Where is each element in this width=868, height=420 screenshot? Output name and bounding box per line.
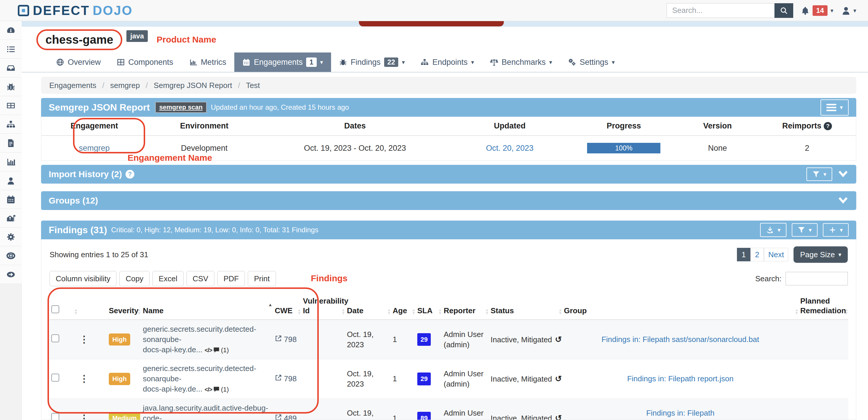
tab-settings[interactable]: Settings ▾ bbox=[560, 53, 623, 72]
breadcrumb-engagements[interactable]: Engagements bbox=[49, 81, 96, 90]
collapse-chevron[interactable] bbox=[837, 194, 849, 207]
annotation-fragment bbox=[359, 21, 504, 26]
col-sla[interactable]: SLA▲▼ bbox=[415, 293, 442, 320]
scan-type-badge[interactable]: semgrep scan bbox=[155, 102, 207, 113]
group-link[interactable]: Findings in: Filepath sast/sonar/sonarcl… bbox=[601, 335, 759, 344]
col-planned-remediation[interactable]: Planned Remediation▲▼ bbox=[799, 293, 848, 320]
tab-endpoints[interactable]: Endpoints ▾ bbox=[412, 53, 482, 72]
col-reporter[interactable]: Reporter▲▼ bbox=[442, 293, 489, 320]
breadcrumb-report[interactable]: Semgrep JSON Report bbox=[154, 81, 232, 90]
chevron-down-icon: ▾ bbox=[838, 251, 841, 258]
kebab-menu-icon[interactable]: ⋮ bbox=[80, 373, 89, 384]
next-page-button[interactable]: Next bbox=[764, 248, 788, 261]
sidebar-item-endpoints[interactable] bbox=[0, 115, 22, 134]
sidebar-item-list[interactable] bbox=[0, 40, 22, 59]
severity-badge: High bbox=[109, 373, 130, 385]
engagement-link[interactable]: semgrep bbox=[79, 144, 110, 152]
vulnerability-id-value bbox=[301, 359, 345, 398]
question-icon[interactable]: ? bbox=[824, 122, 832, 130]
sidebar-item-components[interactable] bbox=[0, 96, 22, 115]
cwe-value[interactable]: 489 bbox=[284, 414, 297, 420]
collapse-chevron[interactable] bbox=[837, 168, 849, 181]
print-button[interactable]: Print bbox=[248, 271, 276, 286]
breadcrumb-test[interactable]: Test bbox=[246, 81, 260, 90]
page-2-button[interactable]: 2 bbox=[750, 248, 764, 261]
sidebar-item-reports[interactable] bbox=[0, 134, 22, 152]
defectdojo-logo[interactable]: DEFECTDOJO bbox=[17, 3, 133, 18]
groups-bar[interactable]: Groups (12) bbox=[41, 191, 856, 210]
history-icon[interactable]: ↺ bbox=[555, 414, 562, 420]
finding-name-link[interactable]: java.lang.security.audit.active-debug-co… bbox=[143, 403, 268, 420]
sidebar-item-bug[interactable] bbox=[0, 78, 22, 96]
col-cwe[interactable]: CWE▲▼ bbox=[273, 293, 301, 320]
report-menu-button[interactable]: ▾ bbox=[820, 99, 849, 116]
sidebar-item-logout[interactable] bbox=[0, 265, 22, 284]
table-search-input[interactable] bbox=[785, 272, 848, 286]
page-1-button[interactable]: 1 bbox=[737, 248, 750, 261]
status-value: Inactive, Mitigated↺ bbox=[489, 359, 562, 398]
question-icon[interactable]: ? bbox=[125, 170, 134, 179]
row-checkbox[interactable] bbox=[51, 374, 59, 382]
finding-row: ⋮ Medium java.lang.security.audit.active… bbox=[50, 398, 848, 420]
finding-name-link[interactable]: generic.secrets.security.detected-sonarq… bbox=[143, 364, 256, 393]
col-vulnerability-id[interactable]: Vulnerability Id▲▼ bbox=[301, 293, 345, 320]
gauge-icon bbox=[6, 26, 16, 35]
pdf-button[interactable]: PDF bbox=[217, 271, 245, 286]
col-severity[interactable]: Severity▲▼ bbox=[107, 293, 141, 320]
column-visibility-button[interactable]: Column visibility bbox=[50, 271, 116, 286]
sidebar-item-settings[interactable] bbox=[0, 228, 22, 246]
col-name[interactable]: Name▲ bbox=[141, 293, 273, 320]
tab-metrics[interactable]: Metrics bbox=[181, 53, 234, 72]
tab-overview[interactable]: Overview bbox=[48, 53, 109, 72]
updated-link[interactable]: Oct. 20, 2023 bbox=[486, 144, 533, 152]
sidebar-item-calendar[interactable] bbox=[0, 190, 22, 209]
cwe-value[interactable]: 798 bbox=[284, 374, 297, 383]
tab-benchmarks[interactable]: Benchmarks ▾ bbox=[482, 53, 560, 72]
findings-add-button[interactable]: ▾ bbox=[823, 223, 849, 237]
product-name[interactable]: chess-game bbox=[45, 33, 113, 46]
csv-button[interactable]: CSV bbox=[186, 271, 214, 286]
import-history-bar[interactable]: Import History (2) ? ▾ bbox=[41, 165, 856, 184]
kebab-menu-icon[interactable]: ⋮ bbox=[80, 334, 89, 344]
finding-name-link[interactable]: generic.secrets.security.detected-sonarq… bbox=[143, 325, 256, 354]
sidebar-item-inbox[interactable] bbox=[0, 59, 22, 78]
col-age[interactable]: Age▲▼ bbox=[391, 293, 415, 320]
tab-findings[interactable]: Findings 22 ▾ bbox=[331, 53, 413, 72]
comment-icon[interactable] bbox=[213, 347, 220, 353]
copy-button[interactable]: Copy bbox=[119, 271, 150, 286]
import-history-filter-button[interactable]: ▾ bbox=[806, 168, 832, 181]
sidebar-item-users[interactable] bbox=[0, 171, 22, 190]
user-menu[interactable]: ▾ bbox=[841, 6, 856, 16]
col-group[interactable]: Group▲▼ bbox=[562, 293, 799, 320]
cwe-value[interactable]: 798 bbox=[284, 335, 297, 344]
kebab-menu-icon[interactable]: ⋮ bbox=[80, 413, 89, 420]
col-date[interactable]: Date▲▼ bbox=[345, 293, 391, 320]
group-link[interactable]: Findings in: Filepath report.json bbox=[627, 374, 734, 383]
history-icon[interactable]: ↺ bbox=[555, 374, 562, 383]
row-checkbox[interactable] bbox=[51, 413, 59, 420]
external-link-icon[interactable] bbox=[275, 414, 282, 420]
breadcrumb-semgrep[interactable]: semgrep bbox=[110, 81, 140, 90]
external-link-icon[interactable] bbox=[275, 374, 282, 381]
sidebar-item-regulations[interactable] bbox=[0, 209, 22, 228]
group-link[interactable]: Findings in: Filepath src/main/java/core… bbox=[583, 409, 777, 420]
findings-filter-button[interactable]: ▾ bbox=[792, 223, 817, 237]
tab-components[interactable]: Components bbox=[109, 53, 181, 72]
row-checkbox[interactable] bbox=[51, 334, 59, 342]
tab-engagements[interactable]: Engagements 1 ▾ bbox=[234, 53, 331, 72]
select-all-checkbox[interactable] bbox=[51, 305, 59, 313]
sidebar-item-dashboard[interactable] bbox=[0, 21, 22, 40]
sidebar-item-metrics[interactable] bbox=[0, 152, 22, 171]
col-status[interactable]: Status▲▼ bbox=[489, 293, 562, 320]
history-icon[interactable]: ↺ bbox=[555, 335, 562, 344]
comment-icon[interactable] bbox=[213, 386, 220, 392]
global-search-button[interactable] bbox=[774, 3, 793, 18]
sidebar-item-support[interactable] bbox=[0, 246, 22, 265]
global-search-input[interactable] bbox=[666, 3, 774, 18]
page-size-button[interactable]: Page Size ▾ bbox=[794, 246, 848, 263]
external-link-icon[interactable] bbox=[275, 335, 282, 342]
sort-icons[interactable]: ▲▼ bbox=[74, 308, 78, 315]
notifications-menu[interactable]: 14 ▾ bbox=[801, 5, 833, 16]
findings-download-button[interactable]: ▾ bbox=[760, 223, 786, 237]
excel-button[interactable]: Excel bbox=[153, 271, 184, 286]
